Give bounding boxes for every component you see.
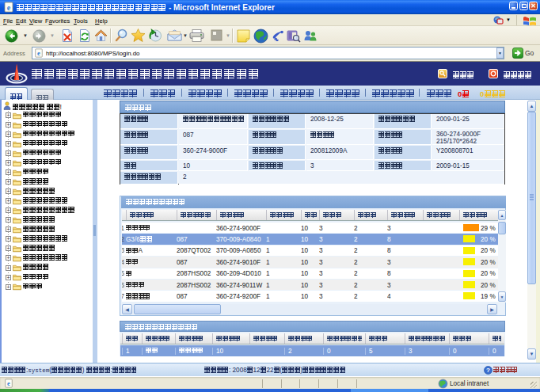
svg-text:e: e [7, 3, 11, 12]
svg-text:e: e [7, 379, 10, 387]
svg-text:e: e [37, 49, 40, 57]
svg-text:?: ? [486, 367, 490, 374]
